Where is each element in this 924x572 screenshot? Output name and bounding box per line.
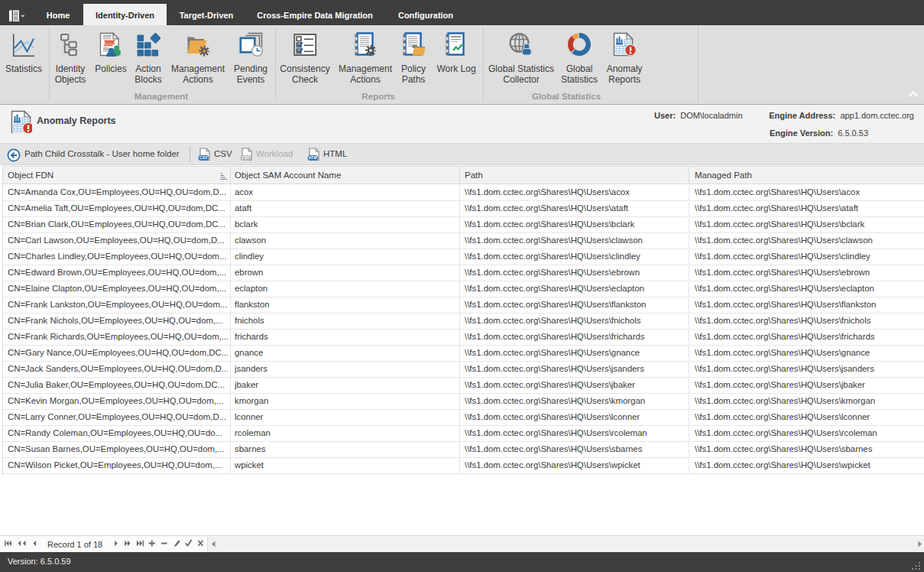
svg-text:HTM: HTM bbox=[309, 156, 317, 160]
svg-text:CSV: CSV bbox=[242, 156, 250, 160]
svg-text:CSV: CSV bbox=[199, 156, 208, 160]
